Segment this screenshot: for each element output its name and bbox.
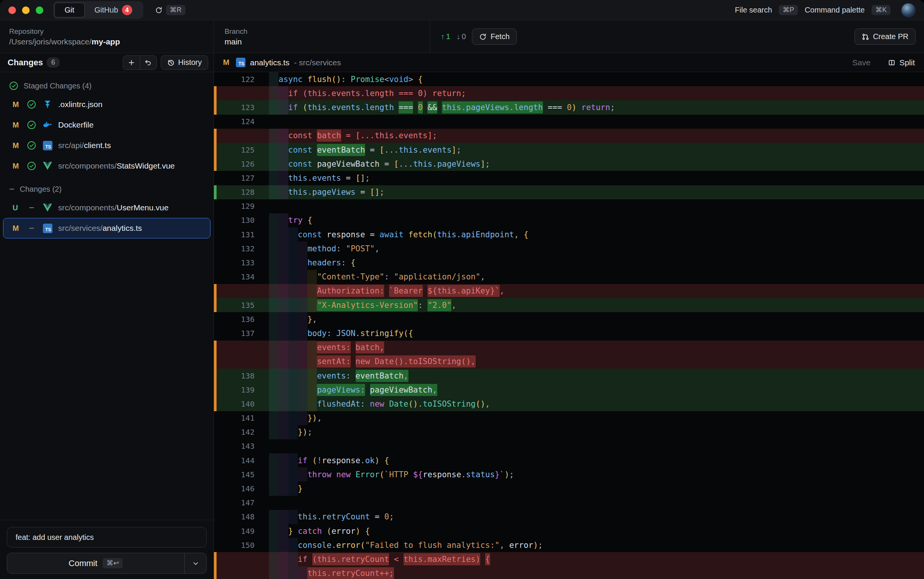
file-name: .oxlintrc.json xyxy=(58,100,103,109)
code-line: if (this.events.length === 0) return; xyxy=(269,89,466,98)
diff-row-added: 126 const pageViewBatch = [...this.pageV… xyxy=(214,157,924,171)
diff-row-added: 138 events: eventBatch, xyxy=(214,369,924,383)
unstaged-changes-header[interactable]: − Changes (2) xyxy=(0,181,213,198)
gutter xyxy=(214,496,216,510)
code-line: sentAt: new Date().toISOString(), xyxy=(269,357,476,366)
refresh-icon xyxy=(479,33,487,41)
line-number: 143 xyxy=(216,442,269,451)
diff-row: 131 const response = await fetch(this.ap… xyxy=(214,227,924,242)
gutter xyxy=(214,270,216,284)
commit-button[interactable]: Commit ⌘↩ xyxy=(7,553,207,574)
diff-row-added: 128 this.pageViews = []; xyxy=(214,185,924,200)
gutter xyxy=(214,326,216,340)
repository-selector[interactable]: Repository /Users/joris/workspace/my-app xyxy=(0,21,214,53)
typescript-icon: TS xyxy=(236,58,246,67)
traffic-lights xyxy=(8,7,43,14)
line-number: 132 xyxy=(216,244,269,253)
file-row-.oxlintrc.json[interactable]: M.oxlintrc.json xyxy=(3,94,210,114)
branch-selector[interactable]: Branch main xyxy=(214,21,430,53)
code-line: method: "POST", xyxy=(269,244,380,253)
diff-row: 132 method: "POST", xyxy=(214,242,924,255)
minimize-button[interactable] xyxy=(22,7,29,14)
add-button[interactable] xyxy=(123,56,140,69)
line-number: 144 xyxy=(216,456,269,465)
save-button[interactable]: Save xyxy=(852,58,870,67)
line-number: 149 xyxy=(216,527,269,536)
minus-icon: − xyxy=(9,185,15,194)
commit-message-input[interactable]: feat: add user analytics xyxy=(7,527,207,548)
tab-git[interactable]: Git xyxy=(54,3,85,18)
diff-row: 142 }); xyxy=(214,425,924,439)
arrow-down-icon: ↓ xyxy=(456,32,460,41)
file-row-UserMenu.vue[interactable]: U−src/components/UserMenu.vue xyxy=(3,198,210,218)
code-line: if (this.events.length === 0 && this.pag… xyxy=(269,103,615,112)
avatar[interactable] xyxy=(901,3,916,18)
unstaged-minus-icon[interactable]: − xyxy=(26,224,37,233)
vue-file-icon xyxy=(42,161,53,170)
tab-github[interactable]: GitHub 4 xyxy=(85,2,142,18)
diff-row-deleted: const batch = [...this.events]; xyxy=(214,129,924,143)
gutter xyxy=(214,468,216,481)
staged-changes-header[interactable]: Staged Changes (4) xyxy=(0,77,213,94)
view-switcher: Git GitHub 4 xyxy=(53,1,143,19)
diff-row: 133 headers: { xyxy=(214,255,924,270)
code-line: async flush(): Promise<void> { xyxy=(269,75,423,84)
behind-count: ↓0 xyxy=(456,32,466,41)
hunk-marker-modified xyxy=(214,355,216,369)
refresh-shortcut: ⌘R xyxy=(166,5,185,16)
code-line: Authorization: `Bearer ${this.apiKey}`, xyxy=(269,286,505,295)
close-button[interactable] xyxy=(8,7,16,14)
docker-file-icon xyxy=(42,119,53,130)
code-diff[interactable]: 122 async flush(): Promise<void> { if (t… xyxy=(214,72,924,579)
staged-check-icon[interactable] xyxy=(26,100,37,109)
file-row-StatsWidget.vue[interactable]: Msrc/components/StatsWidget.vue xyxy=(3,156,210,176)
stage-actions xyxy=(123,56,157,70)
split-view-button[interactable]: Split xyxy=(888,58,915,67)
command-palette-button[interactable]: Command palette xyxy=(805,6,865,15)
code-line: const eventBatch = [...this.events]; xyxy=(269,146,461,155)
repository-path: /Users/joris/workspace/my-app xyxy=(9,37,205,46)
diff-row: 124 xyxy=(214,114,924,129)
code-line: const pageViewBatch = [...this.pageViews… xyxy=(269,159,490,168)
line-number: 129 xyxy=(216,201,269,211)
file-row-Dockerfile[interactable]: MDockerfile xyxy=(3,114,210,135)
code-line: this.retryCount++; xyxy=(269,569,394,578)
file-status: M xyxy=(223,58,231,67)
gutter xyxy=(214,114,216,129)
tab-git-label: Git xyxy=(65,6,74,15)
line-number: 141 xyxy=(216,414,269,423)
fetch-button[interactable]: Fetch xyxy=(472,28,517,45)
hunk-marker-modified xyxy=(214,383,216,397)
tab-github-label: GitHub xyxy=(95,6,118,15)
commit-options-button[interactable] xyxy=(184,553,206,573)
staged-check-icon[interactable] xyxy=(26,141,37,150)
file-row-client.ts[interactable]: MTSsrc/api/client.ts xyxy=(3,135,210,156)
zoom-button[interactable] xyxy=(36,7,43,14)
diff-row-added: 123 if (this.events.length === 0 && this… xyxy=(214,100,924,114)
commit-shortcut: ⌘↩ xyxy=(103,558,123,569)
staged-check-icon[interactable] xyxy=(26,161,37,170)
changes-count-badge: 6 xyxy=(47,57,60,67)
line-number: 122 xyxy=(216,75,269,84)
unstaged-minus-icon[interactable]: − xyxy=(26,203,37,212)
diff-row: 150 console.error("Failed to flush analy… xyxy=(214,538,924,552)
diff-row: 127 this.events = []; xyxy=(214,171,924,185)
history-button[interactable]: History xyxy=(161,56,208,70)
staged-check-icon[interactable] xyxy=(26,120,37,129)
hunk-marker-modified xyxy=(214,100,216,114)
file-search-button[interactable]: File search xyxy=(735,6,772,15)
code-line: }), xyxy=(269,414,322,423)
ts-file-icon: TS xyxy=(42,141,53,150)
file-row-analytics.ts[interactable]: M−TSsrc/services/analytics.ts xyxy=(3,218,210,239)
file-name: src/services/analytics.ts xyxy=(58,224,142,233)
changes-title: Changes xyxy=(8,58,43,67)
diff-row-added: 135 "X-Analytics-Version": "2.0", xyxy=(214,298,924,312)
line-number: 140 xyxy=(216,399,269,409)
vue-file-icon xyxy=(42,203,53,212)
file-path: - src/services xyxy=(294,58,341,67)
undo-button[interactable] xyxy=(140,56,157,69)
sidebar: Changes 6 History Staged Changes (4) M.o… xyxy=(0,53,214,579)
hunk-marker-modified xyxy=(214,566,216,579)
create-pr-button[interactable]: Create PR xyxy=(855,28,916,45)
refresh-button[interactable] xyxy=(152,3,166,18)
